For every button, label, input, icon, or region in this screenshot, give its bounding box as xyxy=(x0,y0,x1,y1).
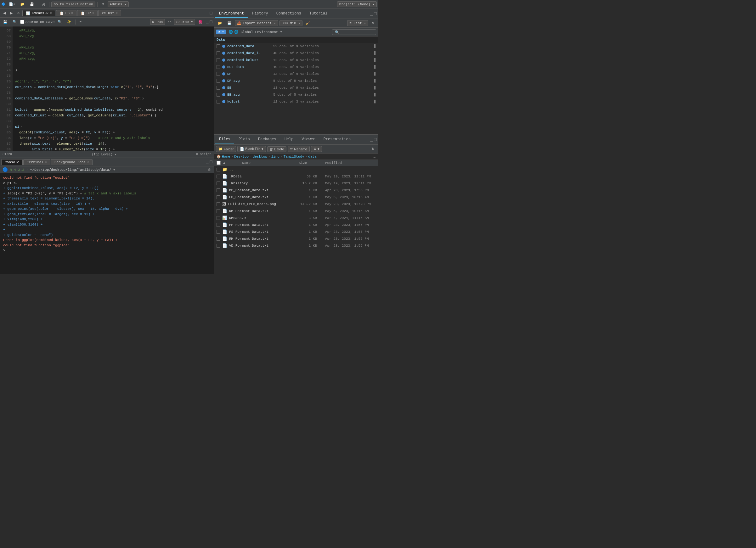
data-row[interactable]: EB 13 obs. of 9 variables ▐ xyxy=(214,84,378,91)
col-name-label[interactable]: Name xyxy=(227,161,297,165)
open-btn[interactable]: 📁 xyxy=(18,2,26,7)
file-row[interactable]: 📁 .. xyxy=(214,166,378,173)
tab-dp-close[interactable]: × xyxy=(92,12,94,15)
refresh-files-btn[interactable]: ↻ xyxy=(370,146,376,152)
data-row[interactable]: kclust 12 obs. of 3 variables ▐ xyxy=(214,98,378,105)
source-on-save-checkbox[interactable] xyxy=(20,20,24,24)
file-checkbox[interactable] xyxy=(217,168,220,172)
data-row-expand-icon[interactable]: ▐ xyxy=(373,51,375,55)
close-all-btn[interactable]: ✕ xyxy=(15,10,22,16)
data-row[interactable]: combined_kclust 12 obs. of 6 variables ▐ xyxy=(214,57,378,64)
file-row[interactable]: 📄 KM_Formant_Data.txt 1 KB May 5, 2023, … xyxy=(214,208,378,215)
file-row[interactable]: 📄 RM_Formant_Data.txt 1 KB Apr 28, 2023,… xyxy=(214,235,378,242)
editor-minimize-icon[interactable]: _ xyxy=(206,20,208,25)
file-row[interactable]: 📄 EB_Formant_Data.txt 1 KB May 5, 2023, … xyxy=(214,194,378,201)
file-checkbox[interactable] xyxy=(217,216,220,220)
minimize-icon[interactable]: _ xyxy=(206,11,208,16)
file-checkbox[interactable] xyxy=(217,182,220,185)
console-input[interactable]: > xyxy=(3,248,211,253)
lint-btn[interactable]: 🔍 xyxy=(11,19,19,25)
settings-btn[interactable]: ⚙ xyxy=(99,2,106,7)
tab-console[interactable]: Console xyxy=(1,159,23,165)
r-badge[interactable]: R ▾ xyxy=(216,30,226,34)
files-maximize-icon[interactable]: □ xyxy=(374,137,377,142)
file-row[interactable]: 📊 KMeans.R 3 KB Mar 4, 2024, 11:16 AM xyxy=(214,215,378,222)
clear-icon[interactable]: 🗑 xyxy=(208,168,211,172)
tab-packages[interactable]: Packages xyxy=(254,136,280,144)
format-btn[interactable]: ≡ xyxy=(77,20,83,25)
level-indicator[interactable]: (Top Level) ▾ xyxy=(92,153,116,156)
editor-maximize-icon[interactable]: □ xyxy=(210,20,212,25)
col-size-label[interactable]: Size xyxy=(299,161,324,165)
file-row[interactable]: 📄 .Rhistory 15.7 KB May 19, 2023, 12:11 … xyxy=(214,180,378,187)
code-editor[interactable]: #PP_avg, #VD_avg #KM_avg #PS_avg, #RM_av… xyxy=(13,26,214,151)
maximize-icon[interactable]: □ xyxy=(210,11,212,16)
console-maximize-icon[interactable]: □ xyxy=(210,160,212,165)
tab-background-jobs[interactable]: Background Jobs × xyxy=(51,159,93,165)
new-folder-btn[interactable]: 📁 Folder xyxy=(216,146,236,152)
data-row-expand-icon[interactable]: ▐ xyxy=(373,44,375,48)
file-row[interactable]: 📄 .RData 53 KB May 19, 2023, 12:11 PM xyxy=(214,173,378,180)
data-row-expand-icon[interactable]: ▐ xyxy=(373,58,375,62)
tab-presentation[interactable]: Presentation xyxy=(320,136,354,144)
memory-indicator[interactable]: 380 MiB ▾ xyxy=(279,20,302,26)
data-row-checkbox[interactable] xyxy=(217,65,220,69)
list-view-btn[interactable]: ≡ List ▾ xyxy=(347,20,368,26)
load-workspace-btn[interactable]: 📂 xyxy=(216,20,224,26)
tab-ps[interactable]: 📋 PS × xyxy=(56,10,76,16)
console-minimize-icon[interactable]: _ xyxy=(206,160,208,165)
rename-btn[interactable]: ✏ Rename xyxy=(288,146,310,152)
tab-environment[interactable]: Environment xyxy=(215,10,248,18)
save-btn[interactable]: 💾 xyxy=(28,2,36,7)
data-row-expand-icon[interactable]: ▐ xyxy=(373,86,375,90)
file-checkbox[interactable] xyxy=(217,209,220,213)
tab-connections[interactable]: Connections xyxy=(273,10,305,18)
data-row[interactable]: DP_avg 5 obs. of 5 variables ▐ xyxy=(214,77,378,84)
env-minimize-icon[interactable]: _ xyxy=(370,11,373,16)
data-row-checkbox[interactable] xyxy=(217,51,220,55)
breadcrumb-desktop[interactable]: Desktop xyxy=(234,155,249,159)
import-dataset-btn[interactable]: 📥 Import Dataset ▾ xyxy=(235,20,278,26)
tab-ps-close[interactable]: × xyxy=(71,12,73,15)
file-checkbox[interactable] xyxy=(217,244,220,248)
tab-kclust[interactable]: kclust × xyxy=(98,10,121,16)
data-row-checkbox[interactable] xyxy=(217,100,220,104)
files-minimize-icon[interactable]: _ xyxy=(370,137,373,142)
clear-console-btn[interactable]: 🧹 xyxy=(304,20,312,26)
data-row[interactable]: cut_data 40 obs. of 9 variables ▐ xyxy=(214,64,378,71)
nav-forward-btn[interactable]: ▶ xyxy=(8,10,14,16)
new-file-btn[interactable]: 📄+ xyxy=(7,2,17,7)
env-search-input[interactable] xyxy=(332,29,376,35)
file-checkbox[interactable] xyxy=(217,195,220,199)
data-row-expand-icon[interactable]: ▐ xyxy=(373,93,375,97)
data-row-expand-icon[interactable]: ▐ xyxy=(373,72,375,76)
tab-bgjobs-close[interactable]: × xyxy=(87,161,89,164)
knit-btn[interactable]: 🧶 xyxy=(196,19,205,25)
breadcrumb-ling[interactable]: ling xyxy=(271,155,279,159)
source-on-save-label[interactable]: Source on Save xyxy=(20,20,54,24)
file-checkbox[interactable] xyxy=(217,189,220,192)
console-content[interactable]: could not find function "ggplot" > p1 <-… xyxy=(0,173,214,274)
tab-kclust-close[interactable]: × xyxy=(116,12,118,15)
tab-help[interactable]: Help xyxy=(281,136,297,144)
editor-area[interactable]: 6768697071 7273747576 7778798081 8283848… xyxy=(0,26,214,151)
data-row-expand-icon[interactable]: ▐ xyxy=(373,79,375,83)
data-row[interactable]: DP 13 obs. of 9 variables ▐ xyxy=(214,71,378,77)
file-row[interactable]: 📄 PP_Formant_Data.txt 1 KB Apr 28, 2023,… xyxy=(214,222,378,229)
data-row[interactable]: EB_avg 5 obs. of 5 variables ▐ xyxy=(214,91,378,98)
data-row-checkbox[interactable] xyxy=(217,58,220,62)
env-maximize-icon[interactable]: □ xyxy=(374,11,377,16)
goto-btn[interactable]: Go to file/function xyxy=(51,2,95,7)
data-row[interactable]: combined_data_l… 40 obs. of 2 variables … xyxy=(214,50,378,57)
file-row[interactable]: 🖼 FullSize_F2F3_means.png 143.2 KB May 2… xyxy=(214,201,378,208)
data-row[interactable]: combined_data 52 obs. of 9 variables ▐ xyxy=(214,43,378,50)
tab-terminal[interactable]: Terminal × xyxy=(23,159,50,165)
file-checkbox[interactable] xyxy=(217,175,220,178)
tab-tutorial[interactable]: Tutorial xyxy=(306,10,331,18)
breadcrumb-home[interactable]: Home xyxy=(222,155,230,159)
data-row-checkbox[interactable] xyxy=(217,44,220,48)
blank-file-btn[interactable]: 📄 Blank File ▾ xyxy=(237,146,266,152)
source-btn[interactable]: Source ▾ xyxy=(174,19,195,25)
tab-terminal-close[interactable]: × xyxy=(45,161,47,164)
save-workspace-btn[interactable]: 💾 xyxy=(225,20,234,26)
